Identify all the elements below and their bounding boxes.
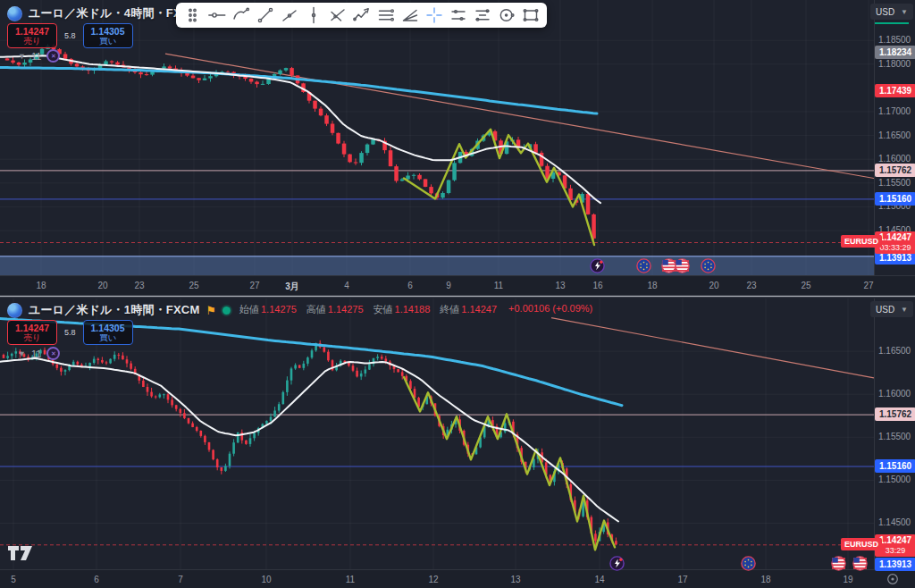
- chevron-down-icon: ▼: [18, 349, 26, 358]
- scroll-to-realtime-button[interactable]: [886, 573, 899, 585]
- market-status-icon[interactable]: [222, 307, 231, 315]
- zigzag-arrow-tool[interactable]: [350, 4, 373, 26]
- price-axis-4h[interactable]: 1.185001.180001.170001.165001.160001.155…: [874, 0, 915, 275]
- chart-title-4h[interactable]: ユーロ／米ドル・4時間・FXCM: [29, 5, 199, 21]
- horizontal-line-tool[interactable]: [206, 4, 228, 26]
- trade-buttons-1h: 1.14247 売り 5.8 1.14305 買い: [7, 320, 133, 345]
- currency-selector-4h[interactable]: USD ▼: [870, 4, 913, 20]
- news-flash-icon[interactable]: [609, 556, 625, 571]
- caret-down-icon: ▼: [901, 306, 908, 314]
- time-tick: 18: [760, 575, 770, 584]
- price-level-badge: 1.17439: [875, 84, 915, 97]
- time-axis-1h[interactable]: 5671011121314171819: [0, 569, 915, 588]
- time-tick: 3月: [285, 281, 299, 293]
- time-tick: 10: [261, 575, 271, 584]
- eu-economic-event-icon[interactable]: [636, 258, 651, 273]
- caret-down-icon: ▼: [901, 8, 908, 16]
- price-level-badge: 1.15160: [875, 192, 915, 206]
- price-tick: 1.15500: [878, 432, 911, 441]
- price-tick: 1.16000: [878, 154, 911, 164]
- hidden-indicators-count: 11: [31, 51, 41, 62]
- price-tick: 1.16500: [878, 346, 911, 356]
- chart-header-1h: ユーロ／米ドル・1時間・FXCM ⚑: [7, 302, 231, 318]
- time-tick: 14: [594, 575, 604, 584]
- buy-price: 1.14305: [91, 27, 125, 37]
- indicator-badge-icon[interactable]: ✕: [46, 347, 60, 360]
- channel-tool[interactable]: [447, 4, 469, 26]
- ellipse-tool[interactable]: [495, 4, 517, 26]
- us-economic-event-icon[interactable]: [675, 258, 690, 273]
- price-level-badge: 1.15160: [875, 459, 915, 473]
- channel-dashed-tool[interactable]: [471, 4, 493, 26]
- open-label: 始値: [239, 304, 259, 315]
- eu-economic-event-icon[interactable]: [741, 556, 756, 571]
- time-tick: 13: [510, 575, 520, 584]
- time-axis-4h[interactable]: 18202325273月4691113161820232527: [0, 275, 915, 295]
- buy-button-4h[interactable]: 1.14305 買い: [83, 23, 133, 48]
- time-tick: 6: [94, 575, 99, 584]
- time-tick: 12: [428, 575, 438, 584]
- trade-buttons-4h: 1.14247 売り 5.8 1.14305 買い: [7, 23, 133, 48]
- crosshair-tool[interactable]: [423, 4, 445, 26]
- time-tick: 6: [407, 281, 413, 290]
- time-tick: 11: [346, 575, 355, 584]
- low-value: 1.14188: [395, 304, 431, 315]
- close-label: 終値: [440, 304, 459, 315]
- indicator-badge-icon[interactable]: ✕: [46, 49, 60, 63]
- time-tick: 19: [843, 575, 852, 584]
- time-tick: 18: [36, 281, 46, 290]
- news-flash-icon[interactable]: [590, 258, 605, 273]
- time-tick: 7: [178, 575, 183, 584]
- symbol-globe-icon: [7, 303, 22, 318]
- price-tick: 1.14500: [878, 517, 911, 527]
- us-economic-event-icon[interactable]: [852, 556, 868, 571]
- eu-economic-event-icon[interactable]: [701, 258, 716, 273]
- buy-label: 買い: [99, 333, 116, 342]
- panel-separator[interactable]: [0, 295, 915, 298]
- vertical-line-tool[interactable]: [302, 4, 324, 26]
- time-tick: 20: [97, 281, 107, 290]
- time-tick: 23: [134, 281, 144, 290]
- drag-handle[interactable]: [181, 4, 204, 26]
- change-value: +0.00106 (+0.09%): [508, 303, 592, 316]
- tradingview-logo[interactable]: [7, 545, 34, 561]
- tradingview-multichart: ユーロ／米ドル・4時間・FXCM 1.14247 売り 5.8 1.14305 …: [0, 0, 915, 588]
- symbol-pill: EURUSD: [841, 538, 882, 550]
- buy-label: 買い: [99, 37, 116, 46]
- sell-button-1h[interactable]: 1.14247 売り: [7, 320, 57, 345]
- brush-tool[interactable]: [230, 4, 252, 26]
- us-economic-event-icon[interactable]: [831, 556, 846, 571]
- indicators-collapse-4h[interactable]: ▼ 11 ✕: [18, 49, 60, 63]
- time-tick: 25: [189, 281, 198, 290]
- drawing-toolbar: [176, 3, 547, 28]
- parallel-lines-tool[interactable]: [374, 4, 397, 26]
- flagged-chart-icon[interactable]: ⚑: [206, 305, 216, 316]
- time-tick: 5: [11, 575, 16, 584]
- ray-tool[interactable]: [278, 4, 300, 26]
- time-tick: 27: [863, 281, 873, 290]
- open-value: 1.14275: [261, 304, 297, 315]
- time-tick: 27: [249, 281, 259, 290]
- buy-button-1h[interactable]: 1.14305 買い: [83, 320, 133, 345]
- time-tick: 20: [709, 281, 718, 290]
- trendline-tool[interactable]: [254, 4, 276, 26]
- sell-button-4h[interactable]: 1.14247 売り: [7, 23, 57, 48]
- chart-title-1h[interactable]: ユーロ／米ドル・1時間・FXCM: [29, 302, 199, 318]
- rectangle-tool[interactable]: [519, 4, 541, 26]
- cross-line-tool[interactable]: [326, 4, 348, 26]
- price-tick: 1.15000: [878, 475, 911, 484]
- currency-selector-1h[interactable]: USD ▼: [870, 301, 913, 317]
- price-tick: 1.18500: [878, 35, 911, 45]
- indicators-collapse-1h[interactable]: ▼ 11 ✕: [18, 347, 60, 360]
- price-tick: 1.17000: [878, 106, 911, 116]
- price-level-badge: 1.15762: [875, 407, 915, 421]
- low-label: 安値: [374, 304, 393, 315]
- high-label: 高値: [306, 304, 326, 315]
- fan-lines-tool[interactable]: [399, 4, 421, 26]
- currency-label: USD: [876, 7, 894, 17]
- time-tick: 23: [746, 281, 756, 290]
- currency-label: USD: [876, 305, 894, 315]
- time-tick: 25: [801, 281, 810, 290]
- chart-header-4h: ユーロ／米ドル・4時間・FXCM: [7, 5, 199, 21]
- price-axis-1h[interactable]: 1.165001.160001.155001.150001.145001.157…: [874, 298, 915, 569]
